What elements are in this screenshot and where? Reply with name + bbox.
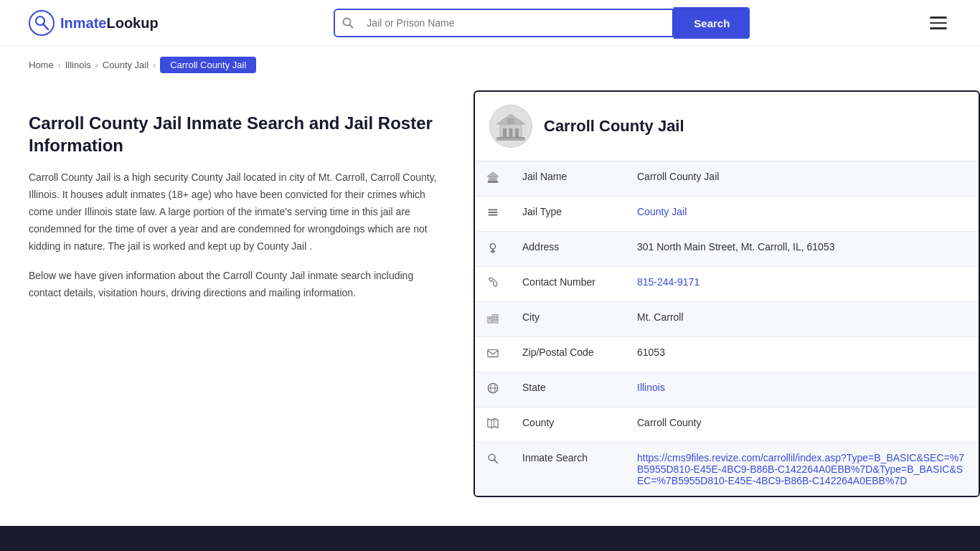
svg-rect-29 [496, 319, 498, 321]
svg-point-22 [490, 244, 495, 249]
row-label: State [511, 372, 626, 408]
hamburger-menu[interactable] [925, 12, 951, 34]
svg-rect-9 [515, 128, 519, 137]
site-header: InmateLookup Search [0, 0, 980, 47]
logo-link[interactable]: InmateLookup [29, 10, 159, 36]
table-row: CityMt. Carroll [475, 302, 979, 337]
row-label: Jail Type [511, 197, 626, 232]
row-icon [475, 408, 511, 443]
row-icon [475, 161, 511, 197]
svg-rect-28 [494, 319, 495, 321]
row-icon [475, 267, 511, 302]
svg-line-4 [350, 25, 353, 28]
svg-rect-12 [498, 137, 524, 138]
search-button[interactable]: Search [674, 7, 750, 39]
card-header: Carroll County Jail [475, 92, 979, 161]
row-label: Contact Number [511, 267, 626, 302]
page-description-1: Carroll County Jail is a high security C… [29, 169, 445, 255]
jail-avatar [489, 105, 532, 148]
table-row: Jail TypeCounty Jail [475, 197, 979, 232]
breadcrumb-county-jail[interactable]: County Jail [103, 60, 149, 70]
breadcrumb-sep-3: › [153, 60, 156, 70]
svg-rect-24 [492, 315, 498, 324]
row-value[interactable]: 815-244-9171 [626, 267, 979, 302]
row-value: 301 North Main Street, Mt. Carroll, IL, … [626, 232, 979, 267]
logo-icon [29, 10, 55, 36]
breadcrumb-illinois[interactable]: Illinois [65, 60, 91, 70]
table-row: StateIllinois [475, 372, 979, 408]
row-label: Address [511, 232, 626, 267]
svg-rect-20 [489, 212, 498, 213]
table-row: CountyCarroll County [475, 408, 979, 443]
search-icon [335, 10, 361, 36]
row-icon [475, 443, 511, 496]
svg-rect-13 [488, 181, 498, 182]
row-value: 61053 [626, 337, 979, 372]
footer-bar [0, 526, 980, 551]
row-value: Carroll County [626, 408, 979, 443]
hamburger-line-1 [930, 17, 947, 19]
breadcrumb-sep-1: › [58, 60, 61, 70]
svg-line-38 [494, 460, 497, 463]
svg-rect-25 [489, 318, 491, 319]
card-title: Carroll County Jail [544, 117, 684, 136]
svg-rect-7 [503, 128, 507, 137]
row-value[interactable]: Illinois [626, 372, 979, 408]
breadcrumb: Home › Illinois › County Jail › Carroll … [0, 47, 980, 83]
row-label: Zip/Postal Code [511, 337, 626, 372]
table-row: Jail NameCarroll County Jail [475, 161, 979, 197]
logo-text: InmateLookup [60, 15, 159, 32]
svg-marker-18 [487, 172, 499, 176]
table-row: Inmate Searchhttps://cms9files.revize.co… [475, 443, 979, 496]
main-layout: Carroll County Jail Inmate Search and Ja… [0, 83, 980, 526]
row-icon [475, 197, 511, 232]
breadcrumb-sep-2: › [95, 60, 98, 70]
page-description-2: Below we have given information about th… [29, 268, 445, 302]
row-value: Carroll County Jail [626, 161, 979, 197]
svg-rect-19 [489, 209, 498, 211]
row-icon [475, 232, 511, 267]
hamburger-line-2 [930, 22, 947, 24]
svg-rect-17 [494, 178, 496, 182]
info-card: Carroll County Jail Jail NameCarroll Cou… [473, 90, 980, 497]
row-label: County [511, 408, 626, 443]
svg-rect-27 [496, 316, 498, 318]
table-row: Zip/Postal Code61053 [475, 337, 979, 372]
search-wrapper [334, 9, 674, 37]
search-input[interactable] [361, 10, 672, 36]
row-label: Inmate Search [511, 443, 626, 496]
svg-rect-8 [509, 128, 513, 137]
left-panel: Carroll County Jail Inmate Search and Ja… [0, 83, 473, 497]
row-value[interactable]: County Jail [626, 197, 979, 232]
svg-rect-11 [507, 118, 514, 124]
hamburger-line-3 [930, 27, 947, 29]
page-title: Carroll County Jail Inmate Search and Ja… [29, 112, 445, 156]
row-icon [475, 337, 511, 372]
breadcrumb-home[interactable]: Home [29, 60, 54, 70]
row-value: Mt. Carroll [626, 302, 979, 337]
svg-rect-21 [489, 215, 498, 216]
svg-rect-26 [494, 316, 495, 318]
svg-rect-30 [488, 350, 498, 357]
row-icon [475, 302, 511, 337]
info-table: Jail NameCarroll County JailJail TypeCou… [475, 161, 979, 496]
row-value[interactable]: https://cms9files.revize.com/carrollil/i… [626, 443, 979, 496]
row-label: City [511, 302, 626, 337]
right-panel: Carroll County Jail Jail NameCarroll Cou… [473, 83, 980, 497]
search-area: Search [334, 7, 750, 39]
svg-marker-34 [488, 419, 498, 428]
table-row: Address301 North Main Street, Mt. Carrol… [475, 232, 979, 267]
svg-rect-16 [492, 178, 494, 182]
row-label: Jail Name [511, 161, 626, 197]
breadcrumb-current: Carroll County Jail [160, 57, 256, 73]
svg-rect-15 [490, 178, 491, 182]
svg-point-0 [29, 11, 54, 35]
table-row: Contact Number815-244-9171 [475, 267, 979, 302]
row-icon [475, 372, 511, 408]
svg-rect-23 [488, 316, 491, 323]
